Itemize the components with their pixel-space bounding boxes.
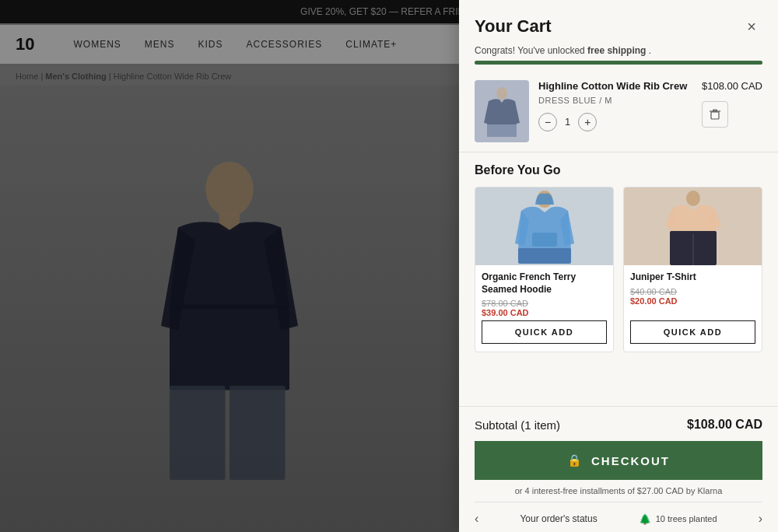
page-overlay xyxy=(0,0,459,532)
rec-card-image-1 xyxy=(624,187,762,265)
close-button[interactable]: × xyxy=(741,16,762,37)
cart-item: Highline Cotton Wide Rib Crew DRESS BLUE… xyxy=(475,80,762,142)
subtotal-row: Subtotal (1 item) $108.00 CAD xyxy=(475,418,762,432)
cart-item-image xyxy=(475,80,529,142)
checkout-label: CHECKOUT xyxy=(591,454,670,467)
trash-icon xyxy=(709,108,721,121)
cart-header: Your Cart × xyxy=(459,0,778,45)
trees-badge: 🌲 10 trees planted xyxy=(639,513,717,525)
quick-add-button-0[interactable]: QUICK ADD xyxy=(482,320,607,344)
svg-point-16 xyxy=(686,191,700,206)
progress-bar-background xyxy=(475,61,762,65)
svg-point-5 xyxy=(496,87,507,100)
rec-card-info-0: Organic French Terry Seamed Hoodie $78.0… xyxy=(475,265,613,320)
item-thumbnail-svg xyxy=(482,84,521,138)
cart-panel: Your Cart × Congrats! You've unlocked fr… xyxy=(459,0,778,532)
lock-icon: 🔒 xyxy=(567,453,584,467)
congrats-text: Congrats! You've unlocked free shipping … xyxy=(475,45,762,56)
rec-card-sale-price-1: $20.00 CAD xyxy=(630,296,755,306)
cart-item-name: Highline Cotton Wide Rib Crew xyxy=(538,80,692,93)
svg-rect-12 xyxy=(713,110,717,111)
cart-footer: Subtotal (1 item) $108.00 CAD 🔒 CHECKOUT… xyxy=(459,406,778,532)
rec-card-image-0 xyxy=(475,187,613,265)
cart-item-price: $108.00 CAD xyxy=(702,80,762,92)
progress-bar-fill xyxy=(475,61,762,65)
quick-add-button-1[interactable]: QUICK ADD xyxy=(630,320,755,344)
congrats-bar: Congrats! You've unlocked free shipping … xyxy=(459,45,778,71)
cart-item-details: Highline Cotton Wide Rib Crew DRESS BLUE… xyxy=(538,80,692,131)
subtotal-label: Subtotal (1 item) xyxy=(475,418,560,432)
cart-items: Highline Cotton Wide Rib Crew DRESS BLUE… xyxy=(459,71,778,152)
rec-card-info-1: Juniper T-Shirt $40.00 CAD $20.00 CAD xyxy=(624,265,762,320)
svg-rect-6 xyxy=(487,124,517,137)
hoodie-svg xyxy=(513,187,576,265)
rec-card-sale-price-0: $39.00 CAD xyxy=(482,308,607,317)
svg-rect-14 xyxy=(518,248,571,264)
rec-card-orig-price-1: $40.00 CAD xyxy=(630,287,755,296)
quantity-control: − 1 + xyxy=(538,113,692,131)
quantity-display: 1 xyxy=(565,116,570,128)
before-you-go-section: Before You Go xyxy=(459,152,778,406)
checkout-button[interactable]: 🔒 CHECKOUT xyxy=(475,441,762,480)
rec-card-orig-price-0: $78.00 CAD xyxy=(482,299,607,308)
subtotal-price: $108.00 CAD xyxy=(687,418,762,432)
before-you-go-title: Before You Go xyxy=(475,163,762,177)
recommendation-card-1: Juniper T-Shirt $40.00 CAD $20.00 CAD QU… xyxy=(623,187,762,352)
order-status-label: Your order's status xyxy=(520,513,597,524)
order-status-bar: ‹ Your order's status 🌲 10 trees planted… xyxy=(475,502,762,532)
delete-item-button[interactable] xyxy=(702,101,728,128)
svg-rect-15 xyxy=(532,233,557,247)
cart-title: Your Cart xyxy=(475,16,552,37)
svg-rect-7 xyxy=(711,112,719,119)
rec-card-name-1: Juniper T-Shirt xyxy=(630,271,755,284)
tshirt-svg xyxy=(662,187,724,265)
tree-icon: 🌲 xyxy=(639,513,651,525)
recommendation-card-0: Organic French Terry Seamed Hoodie $78.0… xyxy=(475,187,614,352)
cart-item-variant: DRESS BLUE / M xyxy=(538,96,692,105)
cart-item-right: $108.00 CAD xyxy=(702,80,762,128)
quantity-decrease-button[interactable]: − xyxy=(538,113,557,131)
rec-card-name-0: Organic French Terry Seamed Hoodie xyxy=(482,271,607,296)
trees-label: 10 trees planted xyxy=(656,514,717,523)
klarna-text: or 4 interest-free installments of $27.0… xyxy=(475,486,762,495)
recommendations-grid: Organic French Terry Seamed Hoodie $78.0… xyxy=(475,187,762,352)
quantity-increase-button[interactable]: + xyxy=(578,113,597,131)
prev-arrow[interactable]: ‹ xyxy=(475,512,478,526)
next-arrow[interactable]: › xyxy=(759,512,762,526)
